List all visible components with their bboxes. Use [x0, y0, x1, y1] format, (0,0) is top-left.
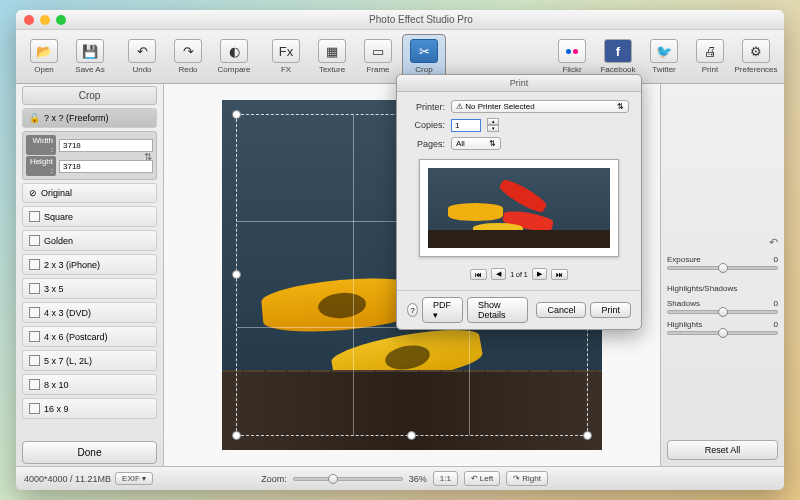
pdf-button[interactable]: PDF ▾	[422, 297, 463, 323]
crop-handle-s[interactable]	[407, 431, 416, 440]
crop-ratio-8[interactable]: 8 x 10	[22, 374, 157, 395]
ratio-icon	[29, 235, 40, 246]
ratio-icon	[29, 379, 40, 390]
printer-select[interactable]: ⚠ No Printer Selected⇅	[451, 100, 629, 113]
page-last-button[interactable]: ⏭	[551, 269, 568, 280]
zoom-icon[interactable]	[56, 15, 66, 25]
compare-icon: ◐	[220, 39, 248, 63]
page-prev-button[interactable]: ◀	[491, 268, 506, 280]
open-button[interactable]: 📂Open	[22, 34, 66, 80]
gear-icon: ⚙	[742, 39, 770, 63]
save-icon: 💾	[76, 39, 104, 63]
ratio-icon	[29, 355, 40, 366]
fx-button[interactable]: FxFX	[264, 34, 308, 80]
twitter-icon: 🐦	[650, 39, 678, 63]
shadows-slider[interactable]: Shadows0	[667, 299, 778, 314]
rotate-right-icon: ↷	[513, 474, 520, 483]
ratio-icon	[29, 283, 40, 294]
show-details-button[interactable]: Show Details	[467, 297, 528, 323]
minimize-icon[interactable]	[40, 15, 50, 25]
window-controls	[24, 15, 66, 25]
swap-dimensions-icon[interactable]: ⇅	[144, 150, 152, 161]
image-dimensions: 4000*4000 / 11.21MB	[24, 474, 111, 484]
chevron-updown-icon: ⇅	[489, 139, 496, 148]
crop-icon: ✂	[410, 39, 438, 63]
redo-icon: ↷	[174, 39, 202, 63]
chevron-updown-icon: ⇅	[617, 102, 624, 111]
highlights-shadows-label: Highlights/Shadows	[667, 284, 778, 293]
print-icon: 🖨	[696, 39, 724, 63]
crop-handle-sw[interactable]	[232, 431, 241, 440]
done-button[interactable]: Done	[22, 441, 157, 464]
folder-open-icon: 📂	[30, 39, 58, 63]
crop-ratio-3[interactable]: 2 x 3 (iPhone)	[22, 254, 157, 275]
crop-button[interactable]: ✂Crop	[402, 34, 446, 80]
texture-button[interactable]: ▦Texture	[310, 34, 354, 80]
print-dialog: Print Printer: ⚠ No Printer Selected⇅ Co…	[396, 74, 642, 330]
saveas-button[interactable]: 💾Save As	[68, 34, 112, 80]
crop-handle-se[interactable]	[583, 431, 592, 440]
crop-ratio-4[interactable]: 3 x 5	[22, 278, 157, 299]
sidebar-title: Crop	[22, 86, 157, 105]
ratio-icon	[29, 307, 40, 318]
crop-ratio-2[interactable]: Golden	[22, 230, 157, 251]
crop-freeform[interactable]: 🔓? x ? (Freeform)	[22, 108, 157, 128]
facebook-button[interactable]: fFacebook	[596, 34, 640, 80]
titlebar: Photo Effect Studio Pro	[16, 10, 784, 30]
page-first-button[interactable]: ⏮	[470, 269, 487, 280]
crop-ratio-5[interactable]: 4 x 3 (DVD)	[22, 302, 157, 323]
rotate-right-button[interactable]: ↷Right	[506, 471, 548, 486]
cancel-button[interactable]: Cancel	[536, 302, 586, 318]
flickr-icon	[558, 39, 586, 63]
print-dialog-title: Print	[397, 75, 641, 92]
crop-ratio-9[interactable]: 16 x 9	[22, 398, 157, 419]
crop-sidebar: Crop 🔓? x ? (Freeform) Width :3718 Heigh…	[16, 84, 164, 466]
dimensions-box: Width :3718 Height :3718 ⇅	[22, 131, 157, 180]
crop-ratio-6[interactable]: 4 x 6 (Postcard)	[22, 326, 157, 347]
pages-select[interactable]: All⇅	[451, 137, 501, 150]
undo-icon: ↶	[128, 39, 156, 63]
reset-all-button[interactable]: Reset All	[667, 440, 778, 460]
crop-ratio-0[interactable]: ⊘Original	[22, 183, 157, 203]
crop-handle-nw[interactable]	[232, 110, 241, 119]
page-nav: ⏮ ◀ 1 of 1 ▶ ⏭	[409, 268, 629, 280]
fit-button[interactable]: 1:1	[433, 471, 458, 486]
compare-button[interactable]: ◐Compare	[212, 34, 256, 80]
frame-icon: ▭	[364, 39, 392, 63]
help-button[interactable]: ?	[407, 303, 418, 317]
window-title: Photo Effect Studio Pro	[66, 14, 776, 25]
no-icon: ⊘	[29, 188, 37, 198]
print-confirm-button[interactable]: Print	[590, 302, 631, 318]
texture-icon: ▦	[318, 39, 346, 63]
flickr-button[interactable]: Flickr	[550, 34, 594, 80]
height-input[interactable]: 3718	[59, 160, 153, 173]
copies-input[interactable]: 1	[451, 119, 481, 132]
undo-button[interactable]: ↶Undo	[120, 34, 164, 80]
ratio-icon	[29, 403, 40, 414]
print-button[interactable]: 🖨Print	[688, 34, 732, 80]
highlights-slider[interactable]: Highlights0	[667, 320, 778, 335]
ratio-icon	[29, 259, 40, 270]
adjustments-panel: ↶ Exposure0 Highlights/Shadows Shadows0 …	[660, 84, 784, 466]
rotate-left-button[interactable]: ↶Left	[464, 471, 500, 486]
zoom-slider[interactable]	[293, 477, 403, 481]
facebook-icon: f	[604, 39, 632, 63]
width-input[interactable]: 3718	[59, 139, 153, 152]
zoom-value: 36%	[409, 474, 427, 484]
twitter-button[interactable]: 🐦Twitter	[642, 34, 686, 80]
crop-ratio-7[interactable]: 5 x 7 (L, 2L)	[22, 350, 157, 371]
exposure-slider[interactable]: Exposure0	[667, 255, 778, 270]
frame-button[interactable]: ▭Frame	[356, 34, 400, 80]
statusbar: 4000*4000 / 11.21MB EXIF ▾ Zoom: 36% 1:1…	[16, 466, 784, 490]
preferences-button[interactable]: ⚙Preferences	[734, 34, 778, 80]
fx-icon: Fx	[272, 39, 300, 63]
undo-adjustment-icon[interactable]: ↶	[667, 236, 778, 249]
copies-stepper[interactable]: ▴▾	[487, 118, 499, 132]
page-next-button[interactable]: ▶	[532, 268, 547, 280]
crop-ratio-1[interactable]: Square	[22, 206, 157, 227]
ratio-icon	[29, 331, 40, 342]
crop-handle-w[interactable]	[232, 270, 241, 279]
exif-button[interactable]: EXIF ▾	[115, 472, 153, 485]
redo-button[interactable]: ↷Redo	[166, 34, 210, 80]
close-icon[interactable]	[24, 15, 34, 25]
